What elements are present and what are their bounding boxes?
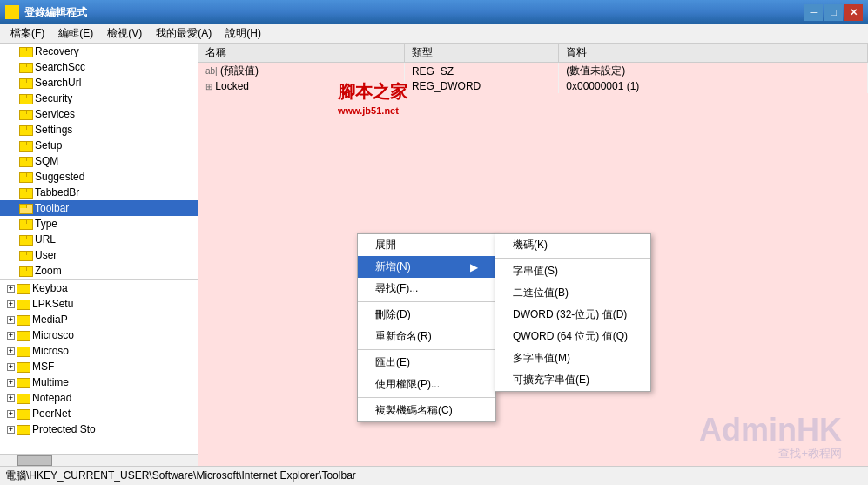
scroll-thumb[interactable] bbox=[17, 455, 52, 466]
expand-icon[interactable]: + bbox=[7, 426, 15, 434]
tree-item-msf[interactable]: + MSF bbox=[0, 359, 198, 374]
tree-item-label: User bbox=[35, 249, 57, 261]
main-content: Recovery SearchScc SearchUrl Security Se… bbox=[0, 44, 868, 466]
ctx-copy[interactable]: 複製機碼名稱(C) bbox=[358, 400, 495, 421]
tree-item-user[interactable]: User bbox=[0, 247, 198, 263]
ctx-expand[interactable]: 展開 bbox=[358, 234, 495, 256]
menu-view[interactable]: 檢視(V) bbox=[100, 24, 149, 43]
tree-item-microsoft2[interactable]: + Microso bbox=[0, 343, 198, 359]
title-bar: 登錄編輯程式 ─ □ ✕ bbox=[0, 0, 868, 24]
col-header-name[interactable]: 名稱 bbox=[198, 44, 404, 63]
tree-item-type[interactable]: Type bbox=[0, 216, 198, 232]
ctx-rename[interactable]: 重新命名(R) bbox=[358, 326, 495, 347]
submenu-qword[interactable]: QWORD (64 位元) 值(Q) bbox=[495, 326, 650, 347]
tree-item-multimedia[interactable]: + Multime bbox=[0, 374, 198, 390]
tree-item-settings[interactable]: Settings bbox=[0, 122, 198, 138]
submenu-dword[interactable]: DWORD (32-位元) 值(D) bbox=[495, 304, 650, 326]
tree-item-searchurl[interactable]: SearchUrl bbox=[0, 75, 198, 91]
tree-item-protected[interactable]: + Protected Sto bbox=[0, 421, 198, 437]
tree-item-recovery[interactable]: Recovery bbox=[0, 44, 198, 59]
tree-scroll-area[interactable]: Recovery SearchScc SearchUrl Security Se… bbox=[0, 44, 198, 454]
tree-item-searchscc[interactable]: SearchScc bbox=[0, 59, 198, 75]
tree-item-label: Security bbox=[35, 92, 72, 104]
tree-item-label: Multime bbox=[32, 376, 69, 388]
tree-item-label: SearchUrl bbox=[35, 77, 81, 89]
tree-item-label: Keyboa bbox=[32, 282, 68, 294]
tree-item-peernet[interactable]: + PeerNet bbox=[0, 406, 198, 421]
window-title: 登錄編輯程式 bbox=[24, 5, 804, 20]
context-menu[interactable]: 展開 新增(N) ▶ 尋找(F)... 刪除(D) 重新命名(R) bbox=[357, 233, 496, 422]
tree-item-suggested[interactable]: Suggested bbox=[0, 169, 198, 185]
tree-item-label: Microsco bbox=[32, 329, 74, 341]
tree-item-keyboard[interactable]: + Keyboa bbox=[0, 280, 198, 296]
expand-icon[interactable]: + bbox=[7, 316, 15, 324]
tree-item-zoom[interactable]: Zoom bbox=[0, 263, 198, 279]
tree-item-label: Protected Sto bbox=[32, 423, 96, 435]
submenu[interactable]: 機碼(K) 字串值(S) 二進位值(B) DWORD (32-位元) 值(D) … bbox=[495, 233, 651, 392]
tree-item-label: Zoom bbox=[35, 265, 62, 277]
tree-item-services[interactable]: Services bbox=[0, 106, 198, 122]
tree-item-label: TabbedBr bbox=[35, 186, 79, 199]
table-row[interactable]: ab| (預設值) REG_SZ (數值未設定) bbox=[198, 63, 868, 80]
expand-icon[interactable]: + bbox=[7, 285, 15, 293]
tree-item-label: SearchScc bbox=[35, 61, 85, 73]
row-name: ab| (預設值) bbox=[198, 63, 404, 80]
submenu-separator bbox=[495, 258, 650, 259]
close-button[interactable]: ✕ bbox=[844, 4, 863, 21]
tree-item-label: MediaP bbox=[32, 313, 68, 326]
ctx-separator bbox=[358, 301, 495, 302]
submenu-expandable[interactable]: 可擴充字串值(E) bbox=[495, 369, 650, 391]
table-row[interactable]: ⊞ Locked REG_DWORD 0x00000001 (1) bbox=[198, 79, 868, 93]
minimize-button[interactable]: ─ bbox=[804, 4, 823, 21]
row-type: REG_SZ bbox=[404, 63, 558, 80]
tree-item-mediap[interactable]: + MediaP bbox=[0, 312, 198, 327]
submenu-binary[interactable]: 二進位值(B) bbox=[495, 282, 650, 304]
row-type: REG_DWORD bbox=[404, 79, 558, 93]
tree-item-label: Settings bbox=[35, 124, 72, 136]
ctx-delete[interactable]: 刪除(D) bbox=[358, 304, 495, 326]
menu-favorites[interactable]: 我的最愛(A) bbox=[149, 24, 219, 43]
expand-icon[interactable]: + bbox=[7, 394, 15, 402]
expand-icon[interactable]: + bbox=[7, 363, 15, 371]
submenu-key[interactable]: 機碼(K) bbox=[495, 234, 650, 256]
tree-item-sqm[interactable]: SQM bbox=[0, 153, 198, 169]
col-header-type[interactable]: 類型 bbox=[404, 44, 558, 63]
ctx-separator-2 bbox=[358, 349, 495, 350]
folder-icon bbox=[17, 360, 30, 373]
tree-item-toolbar[interactable]: Toolbar bbox=[0, 200, 198, 216]
submenu-arrow-icon: ▶ bbox=[470, 261, 478, 273]
menu-help[interactable]: 說明(H) bbox=[219, 24, 268, 43]
folder-icon bbox=[19, 61, 33, 73]
tree-scrollbar-h[interactable] bbox=[0, 454, 198, 466]
app-icon bbox=[5, 5, 19, 19]
tree-item-setup[interactable]: Setup bbox=[0, 138, 198, 153]
submenu-multistring[interactable]: 多字串值(M) bbox=[495, 347, 650, 369]
tree-item-security[interactable]: Security bbox=[0, 91, 198, 106]
expand-icon[interactable]: + bbox=[7, 410, 15, 418]
menu-edit[interactable]: 編輯(E) bbox=[51, 24, 100, 43]
registry-table: 名稱 類型 資料 ab| (預設值) REG_SZ (數值未設定) bbox=[198, 44, 868, 93]
tree-item-label: Recovery bbox=[35, 45, 79, 57]
folder-icon bbox=[17, 376, 30, 388]
folder-icon bbox=[19, 155, 33, 167]
watermark-adminhk: AdminHK bbox=[699, 412, 842, 448]
tree-item-label: Toolbar bbox=[35, 202, 69, 214]
tree-item-lpksetup[interactable]: + LPKSetu bbox=[0, 296, 198, 312]
expand-icon[interactable]: + bbox=[7, 379, 15, 387]
tree-item-tabbedbr[interactable]: TabbedBr bbox=[0, 185, 198, 200]
tree-item-notepad[interactable]: + Notepad bbox=[0, 390, 198, 406]
tree-item-microsoft1[interactable]: + Microsco bbox=[0, 327, 198, 343]
expand-icon[interactable]: + bbox=[7, 332, 15, 340]
ctx-permission[interactable]: 使用權限(P)... bbox=[358, 374, 495, 395]
submenu-string[interactable]: 字串值(S) bbox=[495, 260, 650, 282]
ctx-find[interactable]: 尋找(F)... bbox=[358, 278, 495, 300]
expand-icon[interactable]: + bbox=[7, 300, 15, 308]
ctx-export[interactable]: 匯出(E) bbox=[358, 352, 495, 374]
maximize-button[interactable]: □ bbox=[824, 4, 843, 21]
tree-item-url[interactable]: URL bbox=[0, 232, 198, 247]
menu-file[interactable]: 檔案(F) bbox=[3, 24, 51, 43]
col-header-data[interactable]: 資料 bbox=[559, 44, 868, 63]
ctx-new[interactable]: 新增(N) ▶ bbox=[358, 256, 495, 278]
expand-icon[interactable]: + bbox=[7, 347, 15, 355]
tree-item-label: Services bbox=[35, 108, 75, 120]
